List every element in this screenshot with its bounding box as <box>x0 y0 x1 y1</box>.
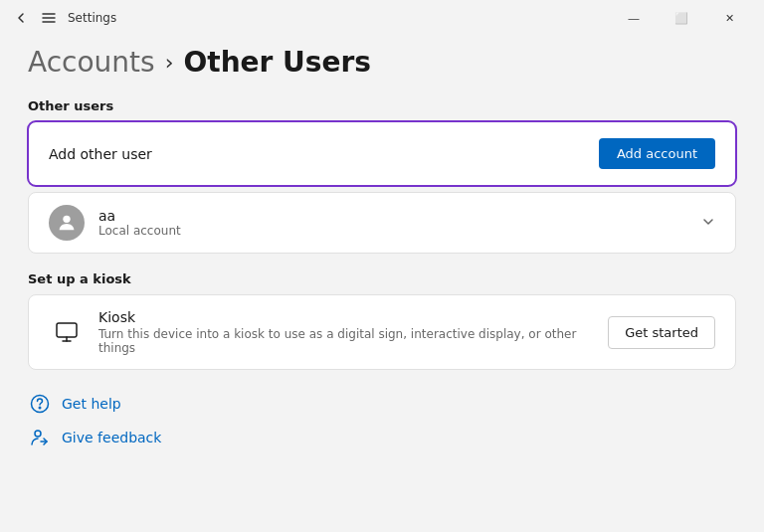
window-title: Settings <box>68 11 116 25</box>
get-help-link[interactable]: Get help <box>62 396 121 412</box>
kiosk-row: Kiosk Turn this device into a kiosk to u… <box>29 295 735 369</box>
help-icon <box>28 392 52 416</box>
chevron-down-icon <box>701 215 715 232</box>
avatar <box>49 205 85 241</box>
menu-button[interactable] <box>40 9 58 27</box>
svg-point-3 <box>63 216 70 223</box>
kiosk-info: Kiosk Turn this device into a kiosk to u… <box>98 309 608 355</box>
breadcrumb: Accounts › Other Users <box>28 46 736 79</box>
user-list: aa Local account <box>28 192 736 254</box>
user-name: aa <box>98 208 701 224</box>
breadcrumb-separator: › <box>165 50 174 75</box>
add-user-label: Add other user <box>49 146 152 162</box>
main-content: Accounts › Other Users Other users Add o… <box>0 36 764 532</box>
kiosk-heading: Set up a kiosk <box>28 271 736 286</box>
svg-point-8 <box>39 407 41 409</box>
back-button[interactable] <box>12 9 30 27</box>
give-feedback-link[interactable]: Give feedback <box>62 430 161 445</box>
kiosk-card: Kiosk Turn this device into a kiosk to u… <box>28 294 736 370</box>
feedback-icon <box>28 426 52 449</box>
kiosk-desc: Turn this device into a kiosk to use as … <box>98 327 608 355</box>
get-started-button[interactable]: Get started <box>608 316 715 349</box>
footer-links: Get help Give feedback <box>28 392 736 449</box>
kiosk-title: Kiosk <box>98 309 608 325</box>
user-row[interactable]: aa Local account <box>29 193 735 253</box>
close-button[interactable]: ✕ <box>706 2 752 34</box>
window-controls: — ⬜ ✕ <box>611 2 752 34</box>
user-info: aa Local account <box>98 208 701 238</box>
get-help-row[interactable]: Get help <box>28 392 736 416</box>
minimize-button[interactable]: — <box>611 2 657 34</box>
maximize-button[interactable]: ⬜ <box>659 2 704 34</box>
other-users-heading: Other users <box>28 98 736 113</box>
kiosk-icon <box>49 314 85 350</box>
svg-point-9 <box>35 431 41 437</box>
add-user-card: Add other user Add account <box>28 121 736 186</box>
kiosk-section: Set up a kiosk Kiosk Turn this device in… <box>28 271 736 370</box>
breadcrumb-parent[interactable]: Accounts <box>28 46 155 79</box>
title-bar-left: Settings <box>12 9 611 27</box>
give-feedback-row[interactable]: Give feedback <box>28 426 736 449</box>
add-account-button[interactable]: Add account <box>599 138 715 169</box>
svg-rect-4 <box>57 323 77 337</box>
breadcrumb-current: Other Users <box>183 46 371 79</box>
title-bar: Settings — ⬜ ✕ <box>0 0 764 36</box>
user-type: Local account <box>98 224 701 238</box>
